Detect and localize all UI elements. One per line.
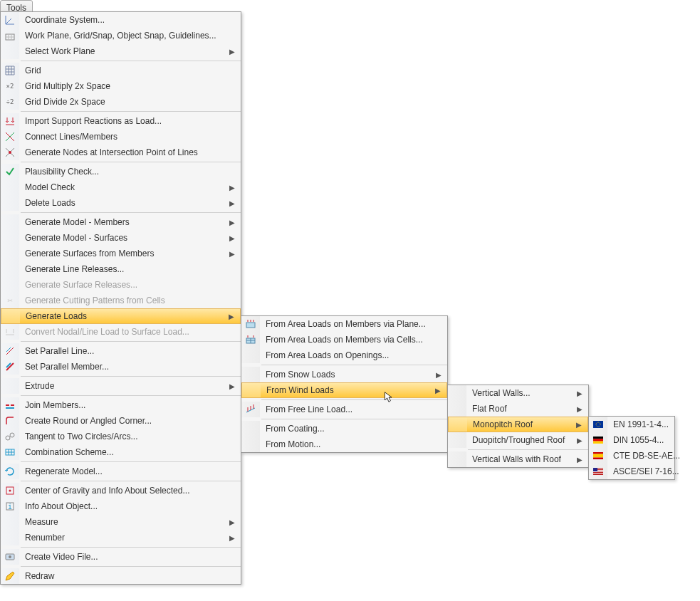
menu-label: ASCE/SEI 7-16... bbox=[607, 466, 699, 476]
separator bbox=[21, 341, 241, 342]
svg-point-3 bbox=[10, 433, 14, 437]
vertical-walls-item[interactable]: Vertical Walls...▶ bbox=[448, 385, 588, 401]
menu-label: From Coating... bbox=[260, 424, 447, 434]
monopitch-roof-item[interactable]: Monopitch Roof▶ bbox=[448, 417, 588, 432]
duopitch-roof-item[interactable]: Duopitch/Troughed Roof▶ bbox=[448, 432, 588, 448]
snow-loads-item[interactable]: From Snow Loads▶ bbox=[241, 367, 447, 382]
gen-model-members-item[interactable]: Generate Model - Members▶ bbox=[1, 214, 241, 230]
gen-model-surfaces-item[interactable]: Generate Model - Surfaces▶ bbox=[1, 230, 241, 246]
flag-de-icon bbox=[592, 434, 604, 446]
menu-label: Join Members... bbox=[19, 400, 241, 410]
create-video-item[interactable]: Create Video File... bbox=[1, 549, 241, 565]
cte-item[interactable]: CTE DB-SE-AE... bbox=[589, 448, 674, 464]
flat-roof-item[interactable]: Flat Roof▶ bbox=[448, 401, 588, 417]
combination-item[interactable]: Combination Scheme... bbox=[1, 444, 241, 460]
submenu-arrow-icon: ▶ bbox=[229, 518, 235, 526]
measure-item[interactable]: Measure▶ bbox=[1, 514, 241, 530]
model-check-item[interactable]: Model Check▶ bbox=[1, 179, 241, 195]
flag-es-icon bbox=[592, 450, 604, 461]
svg-rect-13 bbox=[593, 421, 603, 428]
grid-divide-item[interactable]: ÷2Grid Divide 2x Space bbox=[1, 94, 241, 110]
intersection-icon bbox=[4, 147, 16, 158]
center-gravity-item[interactable]: Center of Gravity and Info About Selecte… bbox=[1, 483, 241, 498]
info-about-item[interactable]: iInfo About Object... bbox=[1, 498, 241, 514]
create-round-item[interactable]: Create Round or Angled Corner... bbox=[1, 413, 241, 429]
tangent-icon bbox=[4, 431, 16, 442]
menu-label: Grid Divide 2x Space bbox=[19, 97, 241, 107]
menu-label: Generate Cutting Patterns from Cells bbox=[19, 296, 241, 305]
submenu-arrow-icon: ▶ bbox=[435, 387, 441, 394]
set-parallel-line-item[interactable]: Set Parallel Line... bbox=[1, 343, 241, 359]
din-1055-item[interactable]: DIN 1055-4... bbox=[589, 432, 674, 448]
free-line-load-item[interactable]: From Free Line Load... bbox=[241, 402, 447, 417]
separator bbox=[261, 419, 447, 419]
en-1991-item[interactable]: EN 1991-1-4... bbox=[589, 417, 674, 432]
tangent-item[interactable]: Tangent to Two Circles/Arcs... bbox=[1, 429, 241, 444]
redraw-item[interactable]: Redraw bbox=[1, 568, 241, 584]
connect-lines-icon bbox=[4, 131, 16, 142]
gen-surface-releases-item: Generate Surface Releases... bbox=[1, 277, 241, 293]
menu-label: Generate Model - Members bbox=[19, 217, 241, 227]
plausibility-item[interactable]: Plausibility Check... bbox=[1, 164, 241, 179]
coating-item[interactable]: From Coating... bbox=[241, 421, 447, 437]
menu-label: Coordinate System... bbox=[19, 15, 241, 25]
menu-label: Generate Surfaces from Members bbox=[19, 249, 241, 258]
coordinate-system-item[interactable]: Coordinate System... bbox=[1, 12, 241, 28]
wind-loads-submenu: Vertical Walls...▶ Flat Roof▶ Monopitch … bbox=[447, 385, 589, 468]
import-support-item[interactable]: Import Support Reactions as Load... bbox=[1, 113, 241, 129]
parallel-member-icon bbox=[4, 361, 16, 372]
svg-point-10 bbox=[9, 555, 11, 558]
menu-label: Select Work Plane bbox=[19, 46, 241, 56]
gen-line-releases-item[interactable]: Generate Line Releases... bbox=[1, 261, 241, 277]
menu-label: Tangent to Two Circles/Arcs... bbox=[19, 432, 241, 441]
scheme-icon bbox=[4, 446, 16, 458]
renumber-item[interactable]: Renumber▶ bbox=[1, 530, 241, 545]
regenerate-item[interactable]: Regenerate Model... bbox=[1, 464, 241, 479]
grid-multiply-item[interactable]: ×2Grid Multiply 2x Space bbox=[1, 78, 241, 94]
set-parallel-member-item[interactable]: Set Parallel Member... bbox=[1, 359, 241, 375]
menu-label: Import Support Reactions as Load... bbox=[19, 116, 241, 126]
work-plane-item[interactable]: Work Plane, Grid/Snap, Object Snap, Guid… bbox=[1, 28, 241, 43]
submenu-arrow-icon: ▶ bbox=[229, 534, 235, 542]
wind-loads-item[interactable]: From Wind Loads▶ bbox=[241, 382, 447, 398]
grid-item[interactable]: Grid bbox=[1, 63, 241, 78]
extrude-item[interactable]: Extrude▶ bbox=[1, 378, 241, 394]
area-plane-icon bbox=[245, 318, 256, 330]
menu-label: Vertical Walls with Roof bbox=[466, 454, 588, 464]
svg-rect-18 bbox=[593, 452, 603, 454]
menu-label: Grid bbox=[19, 66, 241, 75]
tools-dropdown: Coordinate System... Work Plane, Grid/Sn… bbox=[0, 11, 241, 585]
flag-eu-icon bbox=[592, 419, 604, 430]
generate-nodes-item[interactable]: Generate Nodes at Intersection Point of … bbox=[1, 145, 241, 160]
menu-label: From Area Loads on Members via Cells... bbox=[260, 335, 447, 345]
menu-label: From Wind Loads bbox=[261, 385, 446, 395]
area-loads-plane-item[interactable]: From Area Loads on Members via Plane... bbox=[241, 316, 447, 332]
separator bbox=[21, 395, 241, 396]
support-arrows-icon bbox=[4, 115, 16, 127]
menu-label: Flat Roof bbox=[466, 404, 588, 414]
submenu-arrow-icon: ▶ bbox=[229, 250, 235, 258]
generate-loads-item[interactable]: Generate Loads▶ bbox=[1, 308, 241, 324]
separator bbox=[21, 481, 241, 481]
separator bbox=[261, 399, 447, 400]
asce-item[interactable]: ASCE/SEI 7-16... bbox=[589, 464, 674, 479]
monopitch-submenu: EN 1991-1-4... DIN 1055-4... CTE DB-SE-A… bbox=[588, 416, 675, 480]
gen-surfaces-members-item[interactable]: Generate Surfaces from Members▶ bbox=[1, 246, 241, 261]
menu-label: Generate Loads bbox=[20, 311, 240, 321]
vertical-walls-roof-item[interactable]: Vertical Walls with Roof▶ bbox=[448, 451, 588, 467]
separator bbox=[21, 162, 241, 162]
separator bbox=[21, 376, 241, 377]
submenu-arrow-icon: ▶ bbox=[577, 456, 583, 464]
area-loads-openings-item[interactable]: From Area Loads on Openings... bbox=[241, 347, 447, 363]
join-members-item[interactable]: Join Members... bbox=[1, 397, 241, 413]
menu-label: DIN 1055-4... bbox=[607, 435, 684, 445]
area-loads-cells-item[interactable]: From Area Loads on Members via Cells... bbox=[241, 332, 447, 347]
svg-point-1 bbox=[9, 151, 11, 154]
submenu-arrow-icon: ▶ bbox=[436, 371, 442, 379]
connect-lines-item[interactable]: Connect Lines/Members bbox=[1, 129, 241, 145]
flag-us-icon bbox=[592, 466, 604, 477]
grid-snap-icon bbox=[4, 30, 16, 41]
delete-loads-item[interactable]: Delete Loads▶ bbox=[1, 195, 241, 211]
motion-item[interactable]: From Motion... bbox=[241, 437, 447, 452]
select-work-plane-item[interactable]: Select Work Plane▶ bbox=[1, 43, 241, 59]
